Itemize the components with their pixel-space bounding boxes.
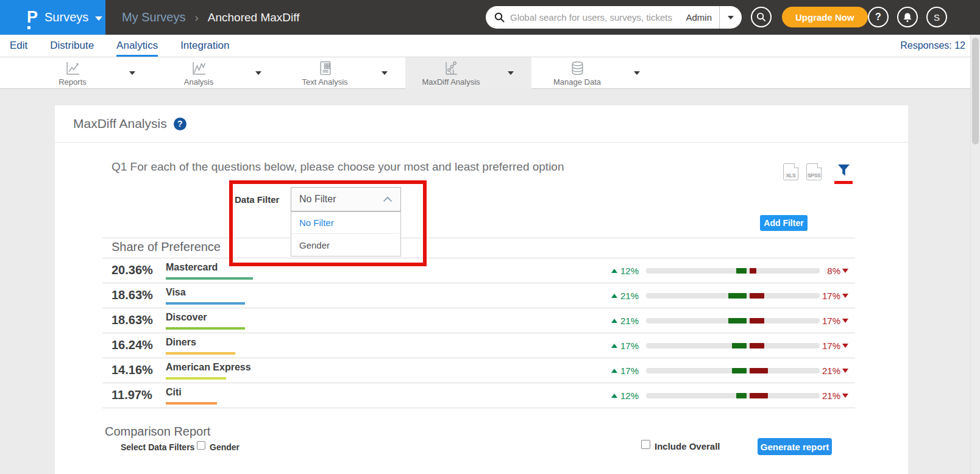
add-filter-button[interactable]: Add Filter [760,215,808,231]
card-header: MaxDiff Analysis ? [55,105,908,143]
funnel-active-indicator [834,181,853,184]
bar-down-segment [750,343,764,348]
search-scope[interactable]: Admin [686,12,712,23]
row-range-bar [646,318,820,324]
search-scope-dropdown[interactable] [720,6,742,29]
toolbar-item-analysis[interactable]: Analysis [153,57,244,89]
chevron-down-icon [255,71,261,75]
maxdiff-dropdown[interactable] [498,57,524,89]
table-row: 14.16% American Express 17% 21% [102,358,855,383]
row-up-value: 12% [620,266,639,276]
help-button[interactable]: ? [868,7,889,27]
scrollbar-track[interactable] [970,35,980,474]
scrollbar-thumb[interactable] [972,38,979,144]
tab-distribute[interactable]: Distribute [50,35,94,57]
toolbar-item-label: Manage Data [553,77,601,87]
row-percent: 18.63% [112,313,153,327]
bar-up-segment [736,268,747,274]
breadcrumb-parent[interactable]: My Surveys [122,10,185,24]
toolbar-item-reports[interactable]: Reports [27,57,118,89]
row-down-value: 17% [822,291,840,301]
row-lower-bound[interactable]: 17% [822,283,848,308]
row-lower-bound[interactable]: 17% [822,308,848,333]
page-title: MaxDiff Analysis [73,116,167,131]
row-lower-bound[interactable]: 21% [822,358,848,383]
manage-data-dropdown[interactable] [624,57,650,89]
breadcrumb-current: Anchored MaxDiff [208,11,300,24]
triangle-down-icon [842,269,848,273]
triangle-down-icon [842,394,848,398]
row-range-bar [646,268,820,274]
row-underline [166,277,253,280]
row-label: Discover [166,312,207,323]
table-row: 16.24% Diners 17% 17% [102,333,855,358]
row-lower-bound[interactable]: 17% [822,333,848,358]
filter-option-gender[interactable]: Gender [291,234,400,256]
generate-report-button[interactable]: Generate report [758,438,832,455]
row-lower-bound[interactable]: 8% [827,258,848,283]
toolbar-item-manage-data[interactable]: Manage Data [531,57,623,89]
include-overall-checkbox[interactable] [641,440,650,449]
analysis-dropdown[interactable] [246,57,271,89]
chevron-down-icon [634,71,640,75]
export-xls-button[interactable]: XLS [783,163,798,180]
data-filter-select[interactable]: No Filter [291,187,401,211]
filter-option-no-filter[interactable]: No Filter [291,212,400,234]
row-up-value: 12% [620,391,639,401]
page-fold-icon [817,163,822,168]
toolbar-item-label: Text Analysis [302,77,347,87]
page-fold-icon [794,163,799,168]
row-underline [166,302,245,305]
row-lower-bound[interactable]: 21% [822,383,848,408]
toolbar-item-maxdiff-analysis[interactable]: MaxDiff Analysis [405,57,497,89]
search-icon [494,12,505,23]
toolbar-item-text-analysis[interactable]: Text Analysis [279,57,371,89]
tab-integration[interactable]: Integration [180,35,229,57]
toolbar-item-label: Analysis [184,77,213,87]
row-upper-bound: 17% [611,358,639,383]
bar-up-segment [732,368,747,373]
table-row: 18.63% Visa 21% 17% [102,283,855,308]
triangle-up-icon [611,319,617,323]
row-up-value: 17% [620,366,639,376]
export-spss-button[interactable]: SPSS [806,163,822,180]
notifications-button[interactable] [897,7,918,27]
questionpro-logo-icon: P [27,9,38,26]
row-down-value: 21% [822,366,840,376]
gender-checkbox[interactable] [197,441,205,450]
product-switcher[interactable]: P Surveys [0,0,105,35]
tab-analytics[interactable]: Analytics [116,35,158,57]
reports-dropdown[interactable] [119,57,145,89]
search-button[interactable] [751,7,772,27]
chevron-up-icon [383,196,392,202]
document-grid-icon [317,60,333,77]
section-title: Share of Preference [112,240,221,254]
bar-down-segment [750,318,764,324]
row-upper-bound: 12% [611,383,639,408]
question-text: Q1 For each of the questions below, plea… [112,160,564,174]
trend-chart-icon [191,60,207,77]
bar-up-segment [728,318,747,324]
breadcrumb: My Surveys › Anchored MaxDiff [122,0,299,35]
tab-edit[interactable]: Edit [10,35,27,57]
line-chart-icon [65,60,81,77]
toolbar-group-text-analysis: Text Analysis [279,57,405,89]
text-analysis-dropdown[interactable] [372,57,397,89]
data-filter-label: Data Filter [235,194,279,205]
row-percent: 20.36% [112,263,153,277]
share-of-preference-table: 20.36% Mastercard 12% 8% 18.63% Visa 21%… [102,258,855,408]
search-input[interactable] [510,12,686,23]
triangle-up-icon [611,344,617,348]
avatar[interactable]: S [926,7,947,27]
row-upper-bound: 21% [611,283,639,308]
funnel-icon[interactable] [837,164,850,177]
gender-checkbox-label: Gender [210,442,240,452]
chevron-down-icon [129,71,135,75]
select-data-filters-label: Select Data Filters [121,442,194,452]
divider [102,238,855,238]
table-row: 20.36% Mastercard 12% 8% [102,258,855,283]
upgrade-now-button[interactable]: Upgrade Now [782,7,868,27]
row-label: Citi [166,387,182,398]
help-icon[interactable]: ? [174,118,186,130]
bar-down-segment [750,368,768,373]
